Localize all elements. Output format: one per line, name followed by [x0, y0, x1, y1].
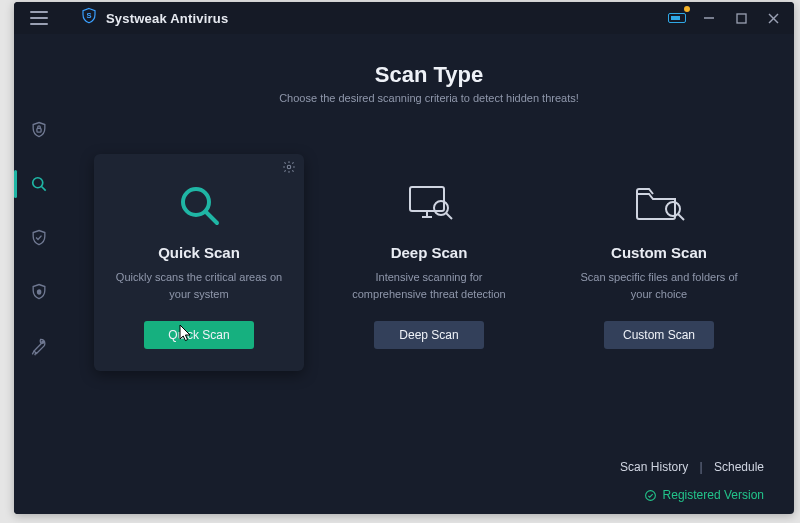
maximize-button[interactable]	[730, 7, 752, 29]
svg-line-12	[42, 187, 46, 191]
svg-rect-5	[671, 16, 680, 20]
brand: S Systweak Antivirus	[64, 7, 228, 29]
app-window: S Systweak Antivirus	[14, 2, 794, 514]
menu-button[interactable]	[14, 2, 64, 34]
card-custom-scan: Custom Scan Scan specific files and fold…	[554, 154, 764, 371]
card-desc: Quickly scans the critical areas on your…	[112, 269, 286, 303]
scan-cards: Quick Scan Quickly scans the critical ar…	[94, 154, 764, 371]
svg-rect-7	[737, 14, 746, 23]
card-title: Custom Scan	[611, 244, 707, 261]
registered-status: Registered Version	[644, 488, 764, 502]
footer-links: Scan History | Schedule	[620, 460, 764, 474]
close-button[interactable]	[762, 7, 784, 29]
minimize-button[interactable]	[698, 7, 720, 29]
quick-scan-settings-icon[interactable]	[282, 160, 296, 178]
custom-scan-button[interactable]: Custom Scan	[604, 321, 714, 349]
deep-scan-button[interactable]: Deep Scan	[374, 321, 484, 349]
svg-line-25	[678, 214, 684, 220]
sidebar-item-optimize[interactable]	[14, 328, 64, 364]
svg-rect-10	[37, 128, 41, 132]
svg-line-23	[446, 213, 452, 219]
card-quick-scan: Quick Scan Quickly scans the critical ar…	[94, 154, 304, 371]
card-title: Quick Scan	[158, 244, 240, 261]
separator: |	[699, 460, 702, 474]
registered-label: Registered Version	[663, 488, 764, 502]
card-title: Deep Scan	[391, 244, 468, 261]
app-title: Systweak Antivirus	[106, 11, 228, 26]
brand-logo-icon: S	[80, 7, 98, 29]
svg-point-15	[287, 165, 291, 169]
page-title: Scan Type	[94, 62, 764, 88]
svg-point-26	[645, 490, 655, 500]
card-deep-scan: Deep Scan Intensive scanning for compreh…	[324, 154, 534, 371]
svg-rect-18	[410, 187, 444, 211]
svg-point-11	[33, 178, 43, 188]
sidebar-item-scan[interactable]	[14, 166, 64, 202]
body: e Scan Type Choose the desired scanning …	[14, 34, 794, 514]
magnifier-icon	[175, 176, 223, 234]
svg-point-22	[434, 201, 448, 215]
notifications-icon[interactable]	[666, 7, 688, 29]
check-circle-icon	[644, 489, 657, 502]
page-subtitle: Choose the desired scanning criteria to …	[94, 92, 764, 104]
svg-point-24	[666, 202, 680, 216]
sidebar-item-web[interactable]: e	[14, 274, 64, 310]
monitor-scan-icon	[404, 176, 454, 234]
svg-line-17	[206, 212, 217, 223]
folder-scan-icon	[633, 176, 685, 234]
svg-point-14	[42, 341, 44, 343]
scan-history-link[interactable]: Scan History	[620, 460, 688, 474]
sidebar: e	[14, 34, 64, 514]
svg-text:S: S	[86, 11, 91, 20]
quick-scan-button[interactable]: Quick Scan	[144, 321, 254, 349]
svg-text:e: e	[37, 288, 41, 295]
card-desc: Scan specific files and folders of your …	[572, 269, 746, 303]
sidebar-item-status[interactable]	[14, 112, 64, 148]
card-desc: Intensive scanning for comprehensive thr…	[342, 269, 516, 303]
window-controls	[666, 7, 788, 29]
schedule-link[interactable]: Schedule	[714, 460, 764, 474]
sidebar-item-protection[interactable]	[14, 220, 64, 256]
titlebar: S Systweak Antivirus	[14, 2, 794, 34]
main-content: Scan Type Choose the desired scanning cr…	[64, 34, 794, 514]
